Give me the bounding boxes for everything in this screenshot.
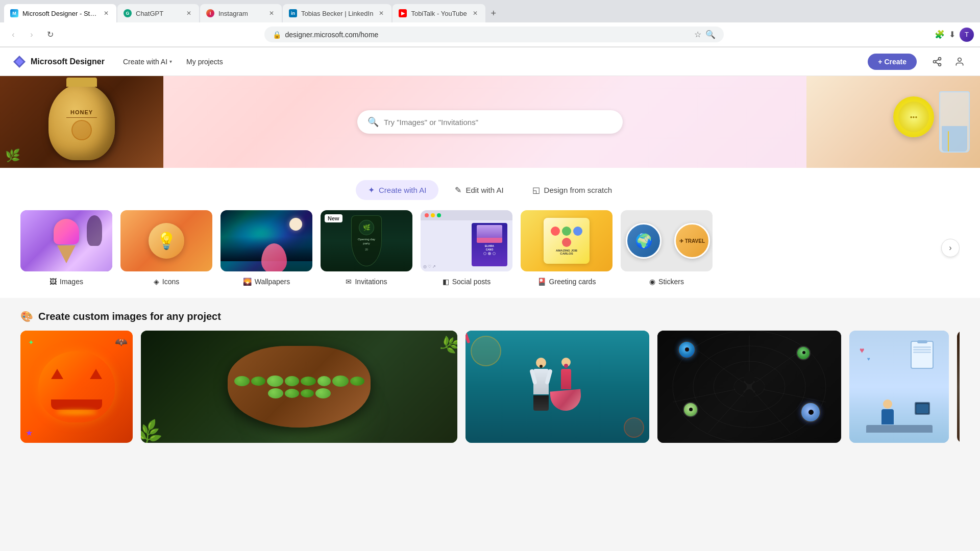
category-images-thumb [20, 210, 112, 271]
tab-design-scratch-label: Design from scratch [544, 186, 612, 194]
category-stickers-label: ◉ Stickers [649, 278, 684, 286]
category-wallpapers-thumb [220, 210, 312, 271]
category-social-posts-icon: ◧ [443, 278, 449, 286]
custom-images-icon: 🎨 [20, 310, 33, 322]
create-button[interactable]: + Create [868, 54, 917, 70]
tab-edit-ai[interactable]: ✎ Edit with AI [443, 180, 516, 200]
profile-browser-icon[interactable]: T [960, 28, 974, 42]
category-stickers-thumb: 🌍 ✈ TRAVEL [621, 210, 713, 271]
category-invitations-icon: ✉ [346, 278, 352, 286]
image-dancers[interactable] [465, 331, 649, 443]
tab-5-title: TobiTalk - YouTube [411, 10, 467, 17]
new-tab-button[interactable]: + [486, 6, 501, 20]
image-olives[interactable]: 🌿 🌿 [141, 331, 457, 443]
image-desk[interactable]: ♥ ♥ [849, 331, 949, 443]
category-images[interactable]: 🖼 Images [20, 210, 112, 286]
header-icons [929, 54, 968, 70]
category-social-posts-thumb: ELVIRACANO ◎ ♡ ↗ [421, 210, 512, 271]
svg-line-3 [936, 62, 939, 64]
tab-create-ai-label: Create with AI [379, 186, 426, 194]
svg-point-2 [939, 63, 941, 66]
address-bar[interactable]: 🔒 designer.microsoft.com/home ☆ 🔍 [264, 27, 724, 42]
tab-5[interactable]: ▶ TobiTalk - YouTube ✕ [393, 4, 485, 22]
categories-row: 🖼 Images 💡 ◈ Icons [20, 210, 960, 286]
tab-4-title: Tobias Becker | LinkedIn [301, 10, 373, 17]
image-halloween[interactable]: 🦇 ★ ✦ [20, 331, 133, 443]
logo-area: Microsoft Designer [12, 55, 105, 69]
image-partial[interactable] [957, 331, 960, 443]
nav-my-projects[interactable]: My projects [180, 55, 229, 69]
tab-1-title: Microsoft Designer - Stunning... [22, 10, 98, 17]
category-greeting-cards-thumb: AMAZING JOBCARLOS [521, 210, 612, 271]
category-greeting-cards-icon: 🎴 [537, 278, 546, 286]
tab-create-ai-icon: ✦ [368, 185, 375, 195]
zoom-icon[interactable]: 🔍 [705, 30, 716, 39]
new-badge: New [325, 214, 342, 222]
nav-my-projects-label: My projects [186, 58, 223, 66]
nav-create-ai[interactable]: Create with AI ▾ [117, 55, 178, 69]
search-input[interactable] [384, 118, 612, 127]
search-box[interactable]: 🔍 [357, 110, 623, 134]
address-bar-row: ‹ › ↻ 🔒 designer.microsoft.com/home ☆ 🔍 … [0, 22, 980, 47]
tab-4-close[interactable]: ✕ [377, 9, 385, 17]
hero-banner: HONEY 🌿 🔍 ●●● [0, 76, 980, 168]
tab-3-close[interactable]: ✕ [267, 9, 276, 17]
svg-point-0 [939, 57, 941, 60]
category-greeting-cards-label: 🎴 Greeting cards [537, 278, 596, 286]
tab-5-close[interactable]: ✕ [471, 9, 479, 17]
image-spider[interactable] [657, 331, 841, 443]
category-social-posts[interactable]: ELVIRACANO ◎ ♡ ↗ ◧ Social posts [421, 210, 512, 286]
tab-2[interactable]: G ChatGPT ✕ [117, 4, 199, 22]
images-row: 🦇 ★ ✦ [20, 331, 960, 443]
categories-next-button[interactable]: › [941, 239, 960, 257]
search-icon: 🔍 [368, 116, 379, 128]
tab-3[interactable]: I Instagram ✕ [200, 4, 282, 22]
create-button-label: + Create [878, 58, 906, 66]
svg-point-5 [958, 58, 962, 61]
images-section: 🦇 ★ ✦ [0, 331, 980, 443]
back-button[interactable]: ‹ [6, 28, 20, 42]
address-bar-icons: ☆ 🔍 [694, 30, 716, 39]
download-icon[interactable]: ⬇ [949, 30, 955, 39]
category-wallpapers-label: 🌄 Wallpapers [243, 278, 290, 286]
category-icons-thumb: 💡 [120, 210, 212, 271]
tabs-section: ✦ Create with AI ✎ Edit with AI ◱ Design… [0, 168, 980, 210]
tab-bar: M Microsoft Designer - Stunning... ✕ G C… [0, 0, 980, 22]
search-container: 🔍 [357, 110, 623, 134]
category-stickers-icon: ◉ [649, 278, 655, 286]
refresh-button[interactable]: ↻ [43, 28, 57, 42]
nav-create-ai-label: Create with AI [123, 58, 167, 66]
profile-icon[interactable] [951, 54, 968, 70]
tab-design-scratch-icon: ◱ [532, 185, 540, 195]
category-images-label: 🖼 Images [50, 278, 83, 286]
tab-create-ai[interactable]: ✦ Create with AI [356, 180, 438, 200]
address-text: designer.microsoft.com/home [285, 31, 379, 39]
categories-section: 🖼 Images 💡 ◈ Icons [0, 210, 980, 298]
custom-images-title: Create custom images for any project [38, 311, 221, 322]
category-invitations-thumb: New 🌿 Opening dayparty 20 [321, 210, 412, 271]
tab-1-close[interactable]: ✕ [102, 9, 110, 17]
svg-point-1 [934, 60, 936, 63]
hero-right-image: ●●● [806, 76, 980, 168]
category-social-posts-label: ◧ Social posts [443, 278, 491, 286]
tab-3-title: Instagram [218, 10, 263, 17]
browser-chrome: M Microsoft Designer - Stunning... ✕ G C… [0, 0, 980, 47]
tab-2-close[interactable]: ✕ [185, 9, 193, 17]
category-images-icon: 🖼 [50, 278, 57, 286]
nav-create-ai-chevron: ▾ [169, 59, 172, 64]
star-icon[interactable]: ☆ [694, 30, 701, 39]
forward-button[interactable]: › [24, 28, 39, 42]
category-wallpapers-icon: 🌄 [243, 278, 252, 286]
category-greeting-cards[interactable]: AMAZING JOBCARLOS 🎴 Greeting cards [521, 210, 612, 286]
tab-4[interactable]: in Tobias Becker | LinkedIn ✕ [283, 4, 391, 22]
category-stickers[interactable]: 🌍 ✈ TRAVEL ◉ Stickers [621, 210, 713, 286]
share-icon[interactable] [929, 54, 945, 70]
category-invitations[interactable]: New 🌿 Opening dayparty 20 ✉ Invitations [321, 210, 412, 286]
category-icons[interactable]: 💡 ◈ Icons [120, 210, 212, 286]
extensions-icon[interactable]: 🧩 [935, 30, 945, 39]
tab-2-title: ChatGPT [136, 10, 181, 17]
tab-1[interactable]: M Microsoft Designer - Stunning... ✕ [4, 4, 116, 22]
category-invitations-label: ✉ Invitations [346, 278, 387, 286]
tab-design-scratch[interactable]: ◱ Design from scratch [520, 180, 624, 200]
category-wallpapers[interactable]: 🌄 Wallpapers [220, 210, 312, 286]
